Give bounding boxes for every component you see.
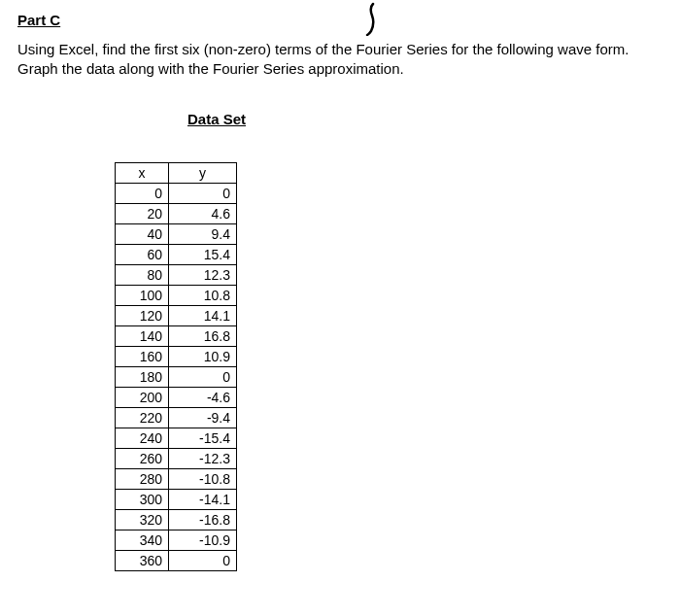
cell-x: 300	[116, 489, 169, 509]
cell-x: 200	[116, 387, 169, 407]
cell-y: -10.8	[169, 468, 237, 489]
table-row: 320-16.8	[116, 509, 237, 530]
cell-x: 40	[116, 223, 169, 244]
cell-x: 220	[116, 407, 169, 428]
cell-x: 60	[116, 244, 169, 264]
instructions-line-2: Graph the data along with the Fourier Se…	[17, 60, 404, 77]
cell-x: 140	[116, 325, 169, 346]
cell-y: 14.1	[169, 305, 237, 325]
cell-x: 20	[116, 203, 169, 223]
table-row: 409.4	[116, 223, 237, 244]
table-row: 204.6	[116, 203, 237, 223]
table-row: 200-4.6	[116, 387, 237, 407]
table-row: 1800	[116, 366, 237, 387]
table-row: 00	[116, 183, 237, 203]
table-row: 260-12.3	[116, 448, 237, 468]
instructions-line-1: Using Excel, find the first six (non-zer…	[17, 41, 629, 57]
cell-y: 10.8	[169, 285, 237, 305]
cell-y: -16.8	[169, 509, 237, 530]
cell-y: -4.6	[169, 387, 237, 407]
table-row: 300-14.1	[116, 489, 237, 509]
cell-x: 340	[116, 530, 169, 550]
data-table: x y 00204.6409.46015.48012.310010.812014…	[115, 162, 237, 571]
cell-x: 0	[116, 183, 169, 203]
cell-y: -9.4	[169, 407, 237, 428]
table-row: 16010.9	[116, 346, 237, 366]
table-row: 220-9.4	[116, 407, 237, 428]
cell-y: 0	[169, 550, 237, 570]
cell-y: -12.3	[169, 448, 237, 468]
data-set-caption: Data Set	[187, 111, 663, 127]
cell-y: 16.8	[169, 325, 237, 346]
cell-y: 12.3	[169, 264, 237, 285]
cell-x: 360	[116, 550, 169, 570]
cell-y: -10.9	[169, 530, 237, 550]
header-y: y	[169, 162, 237, 183]
cell-y: 0	[169, 183, 237, 203]
table-row: 240-15.4	[116, 428, 237, 448]
table-row: 12014.1	[116, 305, 237, 325]
cell-x: 240	[116, 428, 169, 448]
cell-x: 80	[116, 264, 169, 285]
table-header-row: x y	[116, 162, 237, 183]
cell-y: 9.4	[169, 223, 237, 244]
header-x: x	[116, 162, 169, 183]
cell-x: 260	[116, 448, 169, 468]
instructions-text: Using Excel, find the first six (non-zer…	[17, 40, 663, 80]
cell-y: 4.6	[169, 203, 237, 223]
table-row: 6015.4	[116, 244, 237, 264]
table-row: 8012.3	[116, 264, 237, 285]
cell-x: 180	[116, 366, 169, 387]
cell-x: 320	[116, 509, 169, 530]
table-row: 280-10.8	[116, 468, 237, 489]
table-row: 14016.8	[116, 325, 237, 346]
cell-y: 0	[169, 366, 237, 387]
section-heading: Part C	[17, 12, 663, 28]
table-row: 10010.8	[116, 285, 237, 305]
cell-y: -14.1	[169, 489, 237, 509]
cell-x: 280	[116, 468, 169, 489]
table-body: 00204.6409.46015.48012.310010.812014.114…	[116, 183, 237, 570]
cell-x: 160	[116, 346, 169, 366]
cell-x: 100	[116, 285, 169, 305]
cell-y: 10.9	[169, 346, 237, 366]
cell-y: -15.4	[169, 428, 237, 448]
table-row: 340-10.9	[116, 530, 237, 550]
cell-x: 120	[116, 305, 169, 325]
cell-y: 15.4	[169, 244, 237, 264]
table-row: 3600	[116, 550, 237, 570]
